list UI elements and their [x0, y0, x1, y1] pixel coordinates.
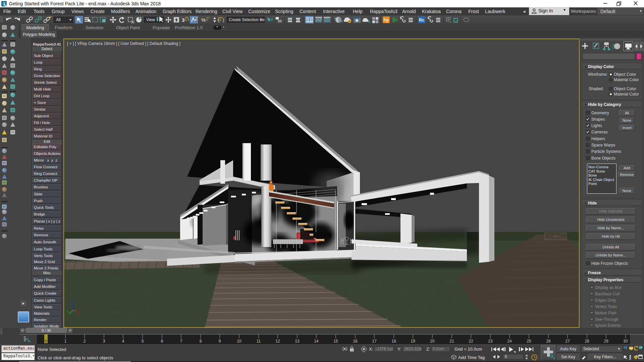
- svg-text:22: 22: [469, 339, 473, 344]
- svg-text:5: 5: [142, 339, 144, 344]
- svg-text:Y: Y: [67, 310, 69, 313]
- svg-text:1: 1: [64, 339, 67, 344]
- svg-text:Create Selection Se: Create Selection Se: [229, 17, 265, 22]
- svg-text:2: 2: [84, 339, 86, 344]
- svg-text:6: 6: [161, 339, 163, 344]
- svg-text:28: 28: [585, 339, 589, 344]
- svg-text:4: 4: [122, 339, 124, 344]
- svg-text:21: 21: [449, 339, 454, 344]
- svg-text:9: 9: [219, 339, 221, 344]
- svg-text:30: 30: [623, 339, 628, 344]
- svg-text:19: 19: [411, 339, 415, 344]
- svg-text:16: 16: [353, 339, 358, 344]
- svg-text:13: 13: [295, 339, 300, 344]
- svg-text:15: 15: [333, 339, 338, 344]
- svg-text:14: 14: [314, 339, 319, 344]
- svg-text:7: 7: [180, 339, 182, 344]
- svg-text:20: 20: [430, 339, 435, 344]
- svg-text:Rc: Rc: [419, 18, 424, 22]
- svg-text:%: %: [201, 17, 206, 23]
- svg-text:3: 3: [182, 17, 184, 23]
- svg-text:All: All: [56, 17, 60, 22]
- svg-text:3: 3: [103, 339, 105, 344]
- svg-text:A: A: [449, 20, 451, 23]
- svg-text:12: 12: [275, 339, 280, 344]
- svg-text:}: }: [223, 17, 224, 22]
- svg-text:29: 29: [604, 339, 608, 344]
- svg-text:8: 8: [200, 339, 202, 344]
- svg-text:24: 24: [507, 339, 512, 344]
- svg-text:View: View: [146, 17, 155, 22]
- svg-text:25: 25: [527, 339, 531, 344]
- svg-text:18: 18: [391, 339, 396, 344]
- svg-text:11: 11: [257, 339, 261, 344]
- svg-text:Fp: Fp: [384, 18, 389, 22]
- svg-text:26: 26: [546, 339, 551, 344]
- svg-text:10: 10: [237, 339, 241, 344]
- svg-text:23: 23: [488, 339, 493, 344]
- svg-text:0: 0: [45, 339, 47, 344]
- svg-text:x: x: [77, 312, 79, 315]
- svg-text:17: 17: [372, 339, 377, 344]
- svg-text:{: {: [218, 17, 220, 22]
- svg-text:27: 27: [565, 339, 570, 344]
